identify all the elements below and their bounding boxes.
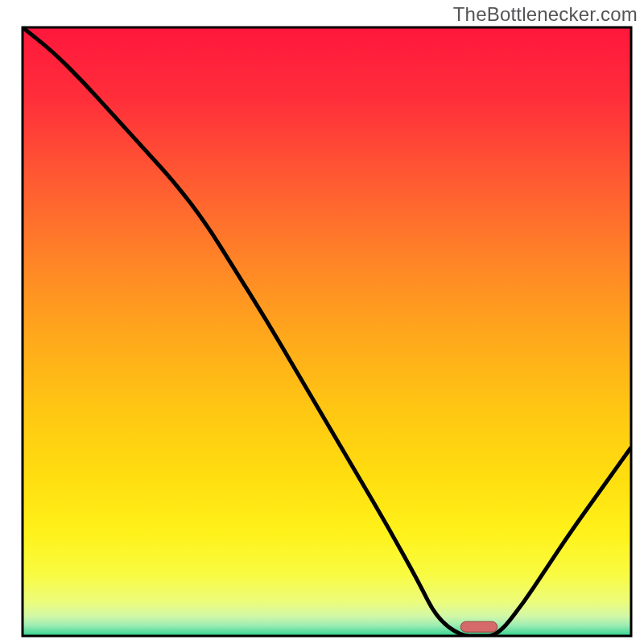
bottleneck-chart (0, 0, 644, 644)
watermark-label: TheBottlenecker.com (453, 3, 638, 26)
gradient-background (23, 27, 631, 636)
chart-frame: TheBottlenecker.com (0, 0, 644, 644)
optimal-marker (460, 621, 497, 632)
